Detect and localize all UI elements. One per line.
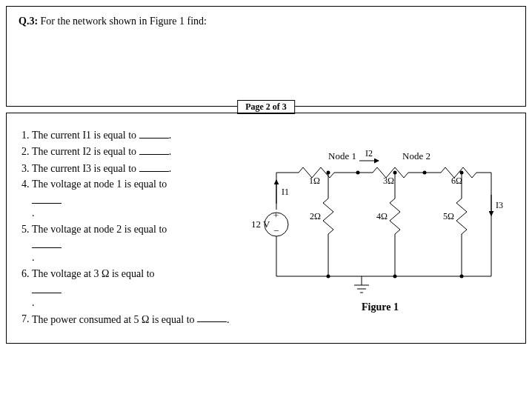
i1-label: I1: [282, 187, 289, 197]
resistor-icon: [323, 198, 333, 234]
i3-label: I3: [496, 200, 503, 210]
resistor-icon: [456, 198, 467, 234]
item-text: The voltage at 3 Ω is equal to: [32, 268, 155, 279]
svg-point-22: [460, 171, 464, 175]
list-item: The current I2 is equal to .: [32, 144, 239, 159]
svg-point-18: [393, 171, 397, 175]
r-3ohm-label: 3Ω: [383, 176, 394, 186]
question-box-bottom: The current I1 is equal to . The current…: [6, 113, 526, 344]
svg-point-10: [356, 171, 360, 175]
node1-label: Node 1: [328, 150, 356, 161]
list-item: The power consumed at 5 Ω is equal to .: [32, 313, 239, 327]
list-item: The voltage at 3 Ω is equal to .: [32, 267, 239, 310]
question-list-container: The current I1 is equal to . The current…: [19, 128, 247, 329]
source-minus: −: [273, 225, 279, 236]
question-box-top: Q.3: For the network shown in Figure 1 f…: [6, 6, 526, 107]
blank-field: [139, 144, 169, 155]
svg-point-11: [423, 171, 427, 175]
list-item: The current I1 is equal to .: [32, 128, 239, 142]
item-text: The current I2 is equal to: [32, 146, 139, 157]
list-item: The current I3 is equal to .: [32, 161, 239, 176]
item-text: The current I1 is equal to: [32, 130, 139, 141]
item-text: The voltage at node 2 is equal to: [32, 224, 167, 235]
question-number: Q.3:: [19, 16, 38, 27]
blank-field: [32, 283, 61, 293]
blank-field: [139, 161, 169, 172]
item-text: The power consumed at 5 Ω is equal to: [32, 313, 197, 324]
blank-field: [32, 193, 61, 204]
source-plus: +: [273, 210, 279, 221]
svg-point-14: [327, 171, 330, 175]
r-1ohm-label: 1Ω: [309, 176, 320, 186]
node2-label: Node 2: [402, 150, 430, 161]
r-2ohm-label: 2Ω: [310, 211, 321, 221]
blank-field: [139, 128, 169, 139]
source-label: 12 V: [251, 218, 270, 230]
r-6ohm-label: 6Ω: [451, 176, 462, 186]
blank-field: [32, 238, 61, 249]
list-item: The voltage at node 1 is equal to .: [32, 178, 239, 220]
resistor-icon: [390, 198, 400, 234]
item-text: The voltage at node 1 is equal to: [32, 179, 167, 190]
circuit-container: + − 12 V I1 1Ω Node 1 I2 3Ω Node 2: [247, 128, 513, 313]
question-text: For the network shown in Figure 1 find:: [41, 16, 207, 27]
item-text: The current I3 is equal to: [32, 163, 139, 174]
list-item: The voltage at node 2 is equal to .: [32, 223, 239, 265]
question-list: The current I1 is equal to . The current…: [32, 128, 239, 327]
circuit-diagram: + − 12 V I1 1Ω Node 1 I2 3Ω Node 2: [247, 128, 513, 306]
blank-field: [197, 313, 227, 323]
r-4ohm-label: 4Ω: [376, 211, 388, 221]
i2-label: I2: [365, 148, 373, 159]
r-5ohm-label: 5Ω: [443, 211, 454, 221]
